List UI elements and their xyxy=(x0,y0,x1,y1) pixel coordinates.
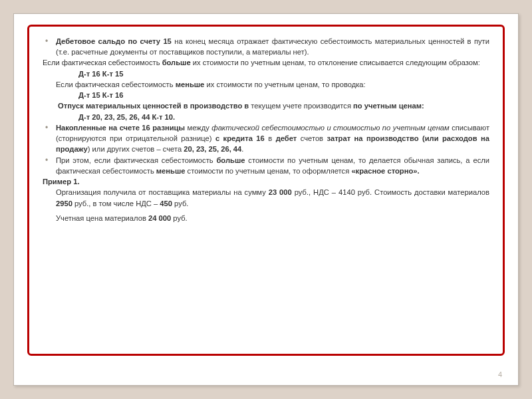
t: Отпуск материальных ценностей в производ… xyxy=(58,102,249,110)
t: Пример 1. xyxy=(43,178,80,186)
t: руб., в том числе НДС – xyxy=(72,200,160,207)
example-p1: Организация получила от поставщика матер… xyxy=(43,187,489,208)
t: Д-т 20, 23, 25, 26, 44 К-т 10. xyxy=(78,113,175,121)
t: ) или других счетов – счета xyxy=(88,145,184,153)
t: Д-т 15 К-т 16 xyxy=(78,91,123,99)
para-2: Если фактическая себестоимость больше их… xyxy=(43,57,489,68)
t: между xyxy=(185,124,211,132)
t: счетов xyxy=(297,134,327,142)
t: по учетным ценам: xyxy=(353,102,424,110)
t: Учетная цена материалов xyxy=(56,214,148,222)
bullet-3: При этом, если фактическая себестоимость… xyxy=(43,155,489,176)
page-number: 4 xyxy=(498,370,502,378)
t: 23 000 xyxy=(269,188,292,196)
t: Д-т 16 К-т 15 xyxy=(78,70,123,78)
slide-page: Дебетовое сальдо по счету 15 на конец ме… xyxy=(13,13,519,386)
t: больше xyxy=(162,59,191,66)
t: их стоимости по учетным ценам, то провод… xyxy=(204,80,365,88)
entry-1: Д-т 16 К-т 15 xyxy=(43,68,489,79)
example-heading: Пример 1. xyxy=(43,176,489,187)
t: меньше xyxy=(176,80,205,88)
t: Организация получила от поставщика матер… xyxy=(56,188,269,196)
t: Накопленные на счете 16 разницы xyxy=(56,124,185,132)
t: руб., НДС – 4140 руб. Стоимость доставки… xyxy=(292,188,489,196)
t: 450 xyxy=(160,200,172,207)
t: текущем учете производится xyxy=(249,102,353,110)
t: Если фактическая себестоимость xyxy=(56,80,176,88)
t: «красное сторно». xyxy=(351,167,419,175)
para-3: Если фактическая себестоимость меньше их… xyxy=(43,79,489,90)
bullet-1: Дебетовое сальдо по счету 15 на конец ме… xyxy=(43,36,489,57)
t: При этом, если фактическая себестоимость xyxy=(56,156,216,164)
example-p2: Учетная цена материалов 24 000 руб. xyxy=(43,213,489,223)
t: 2950 xyxy=(56,200,72,207)
t: . xyxy=(241,145,243,153)
t: дебет xyxy=(276,134,297,142)
para-4: Отпуск материальных ценностей в производ… xyxy=(43,100,489,111)
t: с кредита 16 xyxy=(215,134,265,142)
t: руб. xyxy=(171,214,187,222)
t: 24 000 xyxy=(148,214,171,222)
content-frame: Дебетовое сальдо по счету 15 на конец ме… xyxy=(27,25,505,356)
text-content: Дебетовое сальдо по счету 15 на конец ме… xyxy=(43,36,489,223)
t: больше xyxy=(216,156,245,164)
entry-3: Д-т 20, 23, 25, 26, 44 К-т 10. xyxy=(43,112,489,122)
t: стоимости по учетным ценам, то оформляет… xyxy=(186,167,352,175)
t: руб. xyxy=(172,200,188,207)
t: меньше xyxy=(156,167,186,175)
t: фактической себестоимостью и стоимостью … xyxy=(211,124,449,132)
t: в xyxy=(265,134,276,142)
t: Если фактическая себестоимость xyxy=(43,59,162,66)
t: Дебетовое сальдо по счету 15 xyxy=(56,37,172,45)
entry-2: Д-т 15 К-т 16 xyxy=(43,90,489,100)
t: 20, 23, 25, 26, 44 xyxy=(184,145,241,153)
bullet-2: Накопленные на счете 16 разницы между фа… xyxy=(43,122,489,155)
t: их стоимости по учетным ценам, то отклон… xyxy=(191,59,480,66)
